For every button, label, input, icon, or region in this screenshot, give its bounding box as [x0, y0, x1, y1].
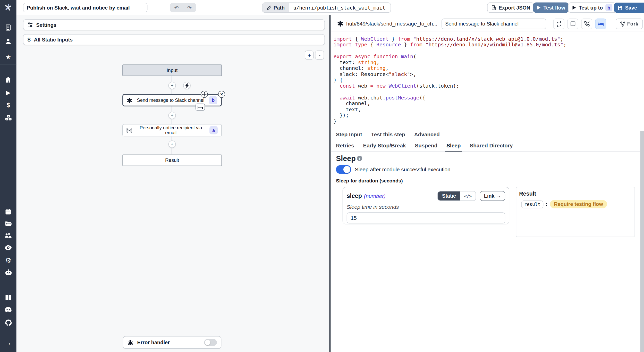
test-flow-label: Test flow: [543, 5, 565, 10]
fork-button[interactable]: Fork: [616, 19, 643, 29]
fork-label: Fork: [627, 21, 638, 27]
settings-bar[interactable]: Settings: [23, 19, 325, 30]
input-node-label: Input: [167, 67, 178, 73]
subtab-early-stop-break[interactable]: Early Stop/Break: [359, 140, 410, 151]
code-segment[interactable]: </>: [460, 191, 476, 200]
phone-incoming-icon: [584, 21, 589, 27]
sleep-toggle[interactable]: [336, 165, 351, 174]
path-value[interactable]: u/henri/publish_slack_wait_mail: [289, 3, 391, 12]
add-step-button-3[interactable]: +: [168, 140, 176, 148]
expand-arrow-icon[interactable]: →: [0, 339, 16, 347]
calendar-icon[interactable]: [0, 208, 16, 215]
tab-test-this-step[interactable]: Test this step: [367, 129, 410, 140]
save-button[interactable]: Save: [614, 3, 641, 13]
redo-button[interactable]: ↷: [183, 3, 196, 12]
pencil-icon: [267, 5, 272, 10]
building-icon[interactable]: [0, 24, 16, 31]
windmill-logo-icon[interactable]: [0, 3, 16, 12]
result-heading: Result: [519, 191, 632, 197]
flow-node-result[interactable]: Result: [122, 154, 222, 166]
github-icon[interactable]: [0, 319, 16, 326]
delete-node-button[interactable]: ✕: [218, 91, 225, 98]
subtab-sleep[interactable]: Sleep: [442, 140, 465, 151]
tab-step-input[interactable]: Step Input: [332, 129, 367, 140]
save-more-button[interactable]: [641, 3, 644, 13]
slack-node-label: Send message to Slack channel: [136, 98, 205, 103]
dollar-icon[interactable]: $: [0, 102, 16, 108]
home-icon[interactable]: [0, 77, 16, 83]
flow-node-email[interactable]: Personally notice recipient via email a: [122, 124, 222, 137]
flow-node-input[interactable]: Input: [122, 64, 222, 76]
sleep-seconds-input[interactable]: [347, 212, 505, 223]
test-flow-button[interactable]: Test flow: [533, 3, 569, 13]
retries-icon-button[interactable]: [553, 19, 564, 29]
sleep-property-editor: sleep (number) Static </> Link → Sleep t…: [343, 187, 509, 224]
subtab-retries[interactable]: Retries: [332, 140, 359, 151]
resources-cubes-icon[interactable]: [0, 115, 16, 121]
gear-icon[interactable]: ⚙: [0, 256, 16, 265]
sidebar-divider: [0, 333, 16, 333]
folder-icon[interactable]: [0, 221, 16, 227]
flow-canvas[interactable]: Settings $ All Static Inputs + - Input +…: [16, 15, 329, 352]
slack-icon: [127, 98, 132, 103]
step-name-input[interactable]: [442, 19, 546, 29]
early-stop-icon-button[interactable]: [567, 19, 578, 29]
prop-description: Sleep time in seconds: [347, 204, 505, 210]
sleep-duration-label: Sleep for duration (seconds): [336, 178, 403, 183]
test-up-to-button[interactable]: Test up to b: [568, 3, 616, 13]
move-icon: [202, 92, 207, 97]
undo-button[interactable]: ↶: [170, 3, 183, 12]
error-handler-node[interactable]: Error handler: [123, 336, 222, 349]
sleep-indicator-chip[interactable]: [196, 104, 205, 111]
git-fork-icon: [620, 21, 625, 27]
star-icon[interactable]: ★: [0, 53, 16, 61]
play-icon: [537, 5, 541, 10]
path-group[interactable]: Path u/henri/publish_slack_wait_mail: [262, 3, 391, 13]
settings-label: Settings: [36, 22, 56, 28]
panel-scrollbar[interactable]: [640, 131, 644, 352]
user-icon[interactable]: [0, 38, 16, 45]
move-node-button[interactable]: [201, 91, 208, 98]
all-static-inputs-bar[interactable]: $ All Static Inputs: [23, 34, 325, 45]
bolt-icon: [185, 83, 189, 88]
link-button[interactable]: Link →: [480, 191, 505, 201]
add-step-button-1[interactable]: +: [168, 82, 176, 89]
result-value-badge: Require testing flow: [550, 200, 607, 208]
book-icon[interactable]: [0, 295, 16, 301]
groups-gear-icon[interactable]: [0, 232, 16, 239]
error-handler-toggle[interactable]: [204, 339, 217, 346]
subtab-suspend[interactable]: Suspend: [410, 140, 442, 151]
zoom-out-button[interactable]: -: [315, 51, 324, 60]
robot-icon[interactable]: [0, 269, 16, 276]
eye-icon[interactable]: [0, 245, 16, 250]
flow-title-input[interactable]: [23, 3, 147, 12]
result-key-chip[interactable]: result: [521, 200, 543, 208]
export-json-button[interactable]: Export JSON: [487, 3, 535, 13]
step-badge-b: b: [605, 4, 612, 11]
advanced-subtabs: RetriesEarly Stop/BreakSuspendSleepShare…: [331, 140, 640, 152]
sidebar-divider: [0, 64, 16, 65]
windmill-flow-editor: ★ ▶ $ ⚙: [0, 0, 644, 352]
sleep-section-heading: Sleep i: [336, 154, 362, 163]
slack-node-badge: b: [209, 96, 217, 104]
suspend-icon-button[interactable]: [581, 19, 592, 29]
close-icon: ✕: [220, 92, 223, 96]
result-node-label: Result: [165, 157, 179, 163]
square-stop-icon: [570, 21, 575, 26]
hub-script-path[interactable]: hub/849/slack/send_message_to_ch...: [346, 21, 437, 27]
play-icon[interactable]: ▶: [0, 89, 16, 96]
add-step-button-2[interactable]: +: [168, 112, 176, 119]
trigger-bolt-button[interactable]: [183, 82, 191, 89]
sleep-icon-button[interactable]: [595, 19, 606, 29]
path-label: Path: [274, 5, 285, 10]
code-editor[interactable]: import { WebClient } from "https://deno.…: [334, 36, 566, 124]
subtab-shared-directory[interactable]: Shared Directory: [465, 140, 517, 151]
sleep-toggle-label: Sleep after module successful execution: [355, 166, 451, 173]
zoom-in-button[interactable]: +: [305, 51, 314, 60]
discord-icon[interactable]: [0, 307, 16, 313]
step-header: hub/849/slack/send_message_to_ch... Fork: [331, 15, 644, 32]
prop-name: sleep: [347, 193, 362, 199]
tab-advanced[interactable]: Advanced: [410, 129, 444, 140]
info-icon[interactable]: i: [357, 156, 362, 161]
static-segment[interactable]: Static: [438, 191, 460, 200]
